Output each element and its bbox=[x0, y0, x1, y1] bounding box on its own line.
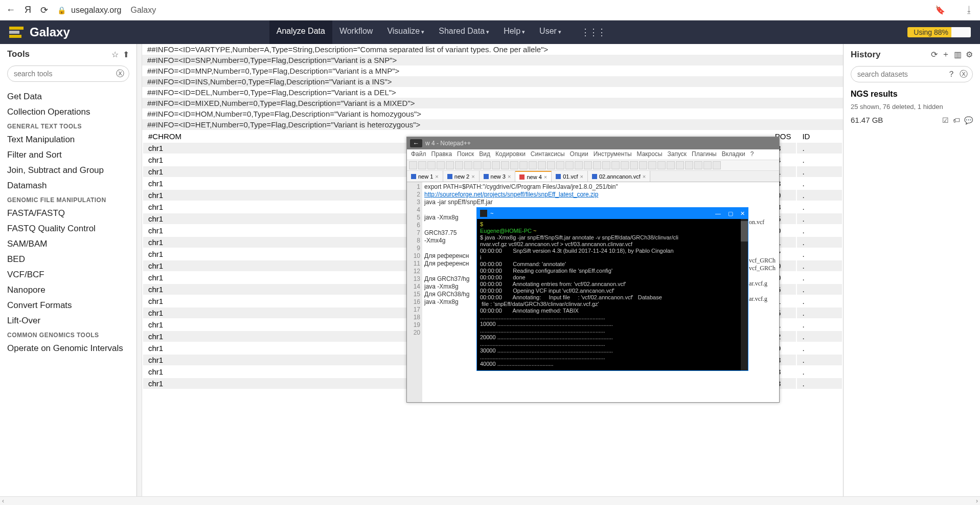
npp-tab[interactable]: new 3 × bbox=[480, 171, 516, 182]
npp-toolbar-icon[interactable] bbox=[473, 161, 482, 169]
npp-toolbar-icon[interactable] bbox=[418, 161, 426, 169]
logo-text[interactable]: Galaxy bbox=[30, 25, 70, 39]
back-button[interactable]: ← bbox=[6, 5, 15, 15]
scroll-right-icon[interactable]: › bbox=[976, 497, 978, 504]
tool-item[interactable]: Join, Subtract and Group bbox=[7, 163, 129, 178]
npp-toolbar-icon[interactable] bbox=[501, 161, 509, 169]
minimize-icon[interactable]: — bbox=[715, 210, 721, 217]
npp-menu-item[interactable]: Правка bbox=[431, 150, 452, 159]
close-tab-icon[interactable]: × bbox=[471, 173, 474, 180]
annotate-icon[interactable]: 💬 bbox=[964, 116, 973, 124]
npp-toolbar-icon[interactable] bbox=[593, 161, 601, 169]
npp-toolbar-icon[interactable] bbox=[630, 161, 638, 169]
npp-toolbar-icon[interactable] bbox=[538, 161, 546, 169]
npp-toolbar-icon[interactable] bbox=[547, 161, 555, 169]
menu-shared-data[interactable]: Shared Data bbox=[431, 20, 496, 44]
close-tab-icon[interactable]: × bbox=[580, 173, 583, 180]
tool-item[interactable]: SAM/BAM bbox=[7, 236, 129, 252]
view-all-icon[interactable]: ▥ bbox=[954, 50, 962, 59]
tool-item[interactable]: Operate on Genomic Intervals bbox=[7, 341, 129, 356]
menu-user[interactable]: User bbox=[532, 20, 568, 44]
npp-menu-item[interactable]: Опции bbox=[570, 150, 588, 159]
tools-search-input[interactable] bbox=[7, 65, 129, 82]
npp-tab[interactable]: 01.vcf × bbox=[552, 171, 588, 182]
npp-toolbar-icon[interactable] bbox=[427, 161, 436, 169]
tool-item[interactable]: Text Manipulation bbox=[7, 132, 129, 147]
npp-toolbar-icon[interactable] bbox=[648, 161, 656, 169]
npp-menu-item[interactable]: Файл bbox=[411, 150, 426, 159]
npp-toolbar-icon[interactable] bbox=[565, 161, 574, 169]
npp-toolbar-icon[interactable] bbox=[483, 161, 491, 169]
npp-toolbar-icon[interactable] bbox=[575, 161, 583, 169]
npp-menu-item[interactable]: ? bbox=[750, 150, 754, 159]
npp-back-icon[interactable]: ← bbox=[410, 139, 422, 147]
tool-item[interactable]: FASTQ Quality Control bbox=[7, 221, 129, 236]
select-icon[interactable]: ☑ bbox=[942, 116, 949, 124]
npp-toolbar-icon[interactable] bbox=[621, 161, 629, 169]
npp-toolbar-icon[interactable] bbox=[639, 161, 647, 169]
npp-toolbar-icon[interactable] bbox=[685, 161, 693, 169]
npp-tab[interactable]: new 1 × bbox=[407, 171, 443, 182]
clear-search-icon[interactable]: ⓧ bbox=[116, 69, 124, 79]
new-history-icon[interactable]: ＋ bbox=[942, 49, 950, 60]
close-tab-icon[interactable]: × bbox=[643, 173, 646, 180]
yandex-icon[interactable]: Я bbox=[25, 5, 31, 15]
left-scrollbar[interactable] bbox=[137, 44, 142, 496]
quota-badge[interactable]: Using 88% bbox=[907, 27, 971, 37]
menu-workflow[interactable]: Workflow bbox=[332, 20, 380, 44]
search-help-icon[interactable]: ？ bbox=[947, 69, 955, 80]
download-icon[interactable]: ⭳ bbox=[965, 5, 974, 15]
menu-analyze-data[interactable]: Analyze Data bbox=[269, 20, 332, 44]
npp-toolbar-icon[interactable] bbox=[703, 161, 712, 169]
history-name[interactable]: NGS results bbox=[844, 87, 980, 101]
bookmark-icon[interactable]: 🔖 bbox=[935, 5, 945, 15]
tool-item[interactable]: Lift-Over bbox=[7, 313, 129, 328]
npp-menu-item[interactable]: Запуск bbox=[668, 150, 687, 159]
npp-toolbar-icon[interactable] bbox=[676, 161, 684, 169]
npp-toolbar-icon[interactable] bbox=[464, 161, 472, 169]
refresh-icon[interactable]: ⟳ bbox=[931, 50, 938, 59]
term-titlebar[interactable]: ~ — ▢ ✕ bbox=[477, 208, 748, 219]
npp-toolbar-icon[interactable] bbox=[667, 161, 675, 169]
npp-menu-item[interactable]: Инструменты bbox=[594, 150, 632, 159]
maximize-icon[interactable]: ▢ bbox=[728, 210, 733, 217]
tool-item[interactable]: VCF/BCF bbox=[7, 267, 129, 282]
npp-menu-item[interactable]: Поиск bbox=[457, 150, 474, 159]
menu-help[interactable]: Help bbox=[496, 20, 532, 44]
npp-menu-item[interactable]: Макросы bbox=[637, 150, 663, 159]
npp-menu-item[interactable]: Кодировки bbox=[495, 150, 526, 159]
npp-menu-item[interactable]: Вкладки bbox=[722, 150, 745, 159]
npp-toolbar-icon[interactable] bbox=[694, 161, 702, 169]
npp-menu-item[interactable]: Вид bbox=[479, 150, 490, 159]
term-body[interactable]: $ Eugene@HOME-PC ~ $ java -Xmx8g -jar sn… bbox=[477, 219, 748, 369]
upload-icon[interactable]: ⬆ bbox=[123, 50, 129, 59]
npp-titlebar[interactable]: ← w 4 - Notepad++ bbox=[407, 137, 779, 149]
npp-toolbar-icon[interactable] bbox=[611, 161, 620, 169]
npp-toolbar-icon[interactable] bbox=[657, 161, 666, 169]
npp-toolbar-icon[interactable] bbox=[409, 161, 417, 169]
close-tab-icon[interactable]: × bbox=[544, 174, 547, 180]
tool-item[interactable]: Convert Formats bbox=[7, 298, 129, 313]
npp-toolbar-icon[interactable] bbox=[713, 161, 721, 169]
npp-toolbar-icon[interactable] bbox=[584, 161, 592, 169]
close-tab-icon[interactable]: × bbox=[435, 173, 438, 180]
history-options-icon[interactable]: ⚙ bbox=[966, 50, 973, 59]
npp-toolbar-icon[interactable] bbox=[556, 161, 564, 169]
npp-tab[interactable]: 02.anncanon.vcf × bbox=[588, 171, 650, 182]
npp-menu-item[interactable]: Плагины bbox=[692, 150, 717, 159]
npp-toolbar-icon[interactable] bbox=[519, 161, 528, 169]
tags-icon[interactable]: 🏷 bbox=[953, 116, 960, 124]
npp-toolbar-icon[interactable] bbox=[446, 161, 454, 169]
scroll-left-icon[interactable]: ‹ bbox=[2, 497, 4, 504]
npp-toolbar-icon[interactable] bbox=[455, 161, 463, 169]
url-box[interactable]: 🔒 usegalaxy.org Galaxy bbox=[57, 6, 926, 15]
close-icon[interactable]: ✕ bbox=[740, 210, 745, 217]
tool-item[interactable]: FASTA/FASTQ bbox=[7, 206, 129, 221]
tool-item[interactable]: BED bbox=[7, 252, 129, 267]
term-scrollbar[interactable] bbox=[741, 219, 748, 370]
apps-grid-icon[interactable]: ⋮⋮⋮ bbox=[574, 20, 612, 44]
tool-item[interactable]: Get Data bbox=[7, 89, 129, 104]
npp-toolbar-icon[interactable] bbox=[602, 161, 610, 169]
npp-tab[interactable]: new 4 × bbox=[515, 171, 552, 182]
tool-item[interactable]: Nanopore bbox=[7, 282, 129, 298]
